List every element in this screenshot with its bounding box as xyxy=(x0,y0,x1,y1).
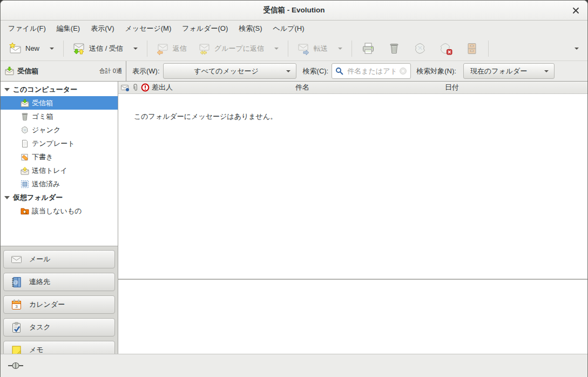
outbox-icon xyxy=(21,166,29,175)
switcher-mail-button[interactable]: メール xyxy=(3,250,115,268)
toolbar-separator xyxy=(147,41,147,57)
expander-icon[interactable] xyxy=(4,194,10,201)
switcher-tasks-button[interactable]: タスク xyxy=(3,318,115,336)
search-icon xyxy=(335,67,343,75)
forward-dropdown[interactable] xyxy=(332,45,347,52)
plug-icon xyxy=(8,360,24,371)
menu-help[interactable]: ヘルプ(H) xyxy=(268,21,310,36)
forward-button[interactable]: 転送 xyxy=(293,39,332,58)
sidebar-item-label: 送信済み xyxy=(32,179,60,189)
sidebar-item-label: 受信箱 xyxy=(32,98,53,108)
switcher-label: メール xyxy=(29,254,51,264)
toolbar-separator xyxy=(63,41,64,57)
message-list[interactable]: このフォルダーにメッセージはありません。 xyxy=(118,94,587,279)
toolbar-overflow-button[interactable] xyxy=(568,45,583,52)
sidebar: このコンピューター 受信箱 xyxy=(1,82,118,354)
sidebar-item-sent[interactable]: 送信済み xyxy=(1,177,118,191)
new-message-dropdown[interactable] xyxy=(43,45,58,52)
sidebar-item-templates[interactable]: テンプレート xyxy=(1,137,118,150)
sidebar-item-outbox[interactable]: 送信トレイ xyxy=(1,164,118,177)
forward-icon xyxy=(297,42,310,55)
message-list-header: 差出人 件名 日付 xyxy=(118,82,587,94)
trash-icon xyxy=(21,112,29,121)
chevron-down-icon xyxy=(286,70,290,72)
print-button[interactable] xyxy=(357,39,380,58)
reply-button[interactable]: 返信 xyxy=(152,39,191,58)
tree-group-label: 仮想フォルダー xyxy=(13,193,63,203)
tree-group-search-folders[interactable]: 仮想フォルダー xyxy=(1,191,118,204)
delete-button[interactable] xyxy=(383,39,405,58)
attachment-column-icon[interactable] xyxy=(132,84,139,92)
tree-group-this-computer[interactable]: このコンピューター xyxy=(1,83,118,96)
inbox-icon xyxy=(5,66,14,76)
menubar: ファイル(F) 編集(E) 表示(V) メッセージ(M) フォルダー(O) 検索… xyxy=(1,21,587,36)
trash-icon xyxy=(387,42,401,56)
switcher-calendar-button[interactable]: 3 カレンダー xyxy=(3,295,115,314)
read-status-column-icon[interactable] xyxy=(121,84,130,92)
message-pane: 差出人 件名 日付 このフォルダーにメッセージはありません。 xyxy=(118,82,587,354)
send-receive-label: 送信 / 受信 xyxy=(89,44,123,53)
junk-icon xyxy=(413,42,427,56)
sidebar-item-junk[interactable]: ジャンク xyxy=(1,123,118,137)
search-scope-dropdown[interactable]: 現在のフォルダー xyxy=(463,63,555,79)
menu-folder[interactable]: フォルダー(O) xyxy=(177,21,233,36)
send-receive-dropdown[interactable] xyxy=(127,45,142,52)
forward-label: 転送 xyxy=(314,44,328,53)
svg-text:@: @ xyxy=(13,279,18,285)
column-date[interactable]: 日付 xyxy=(445,82,459,93)
close-button[interactable] xyxy=(570,5,581,16)
preview-pane[interactable] xyxy=(118,280,587,354)
search-folder-icon xyxy=(21,207,29,216)
clear-search-icon[interactable] xyxy=(399,67,407,75)
switcher-label: タスク xyxy=(29,322,51,332)
reply-icon xyxy=(156,42,169,55)
reply-group-button[interactable]: グループに返信 xyxy=(194,39,268,58)
menu-file[interactable]: ファイル(F) xyxy=(3,21,51,36)
toolbar-separator xyxy=(488,41,489,57)
send-receive-button[interactable]: 送信 / 受信 xyxy=(69,39,127,58)
view-switcher: メール @ 連絡先 xyxy=(1,246,118,363)
search-box xyxy=(332,63,411,79)
reply-group-dropdown[interactable] xyxy=(268,45,283,52)
toolbar: New 送信 / 受信 xyxy=(1,36,587,61)
current-folder-label: 受信箱 xyxy=(17,66,38,76)
sidebar-item-label: テンプレート xyxy=(32,139,75,149)
menu-edit[interactable]: 編集(E) xyxy=(51,21,85,36)
tree-group-label: このコンピューター xyxy=(13,85,77,95)
online-status-button[interactable] xyxy=(8,360,24,371)
main-area: このコンピューター 受信箱 xyxy=(1,82,587,354)
archive-button[interactable] xyxy=(461,39,483,58)
sidebar-item-drafts[interactable]: 下書き xyxy=(1,150,118,164)
titlebar[interactable]: 受信箱 - Evolution xyxy=(1,1,587,21)
tasks-icon xyxy=(11,322,22,333)
filter-bar: 受信箱 合計 0通 表示(W): すべてのメッセージ 検索(C): xyxy=(1,61,587,82)
menu-view[interactable]: 表示(V) xyxy=(85,21,119,36)
search-input[interactable] xyxy=(346,66,396,76)
search-label: 検索(C): xyxy=(303,66,329,76)
not-junk-button[interactable] xyxy=(435,39,457,58)
sidebar-item-trash[interactable]: ゴミ箱 xyxy=(1,110,118,123)
priority-column-icon[interactable] xyxy=(141,83,150,92)
column-subject[interactable]: 件名 xyxy=(295,82,309,93)
sidebar-item-unmatched[interactable]: 該当しないもの xyxy=(1,204,118,218)
column-from[interactable]: 差出人 xyxy=(152,83,173,92)
expander-icon[interactable] xyxy=(4,86,10,93)
search-scope-value: 現在のフォルダー xyxy=(469,66,542,76)
junk-button[interactable] xyxy=(409,39,431,58)
sidebar-item-inbox[interactable]: 受信箱 xyxy=(1,96,118,110)
sidebar-item-label: ジャンク xyxy=(32,125,60,135)
sidebar-item-label: 送信トレイ xyxy=(32,166,67,176)
switcher-contacts-button[interactable]: @ 連絡先 xyxy=(3,273,115,291)
menu-search[interactable]: 検索(S) xyxy=(233,21,267,36)
template-icon xyxy=(21,139,29,148)
message-count-label: 合計 0通 xyxy=(99,67,122,75)
new-message-button[interactable]: New xyxy=(5,39,43,58)
svg-text:3: 3 xyxy=(15,304,18,309)
menu-message[interactable]: メッセージ(M) xyxy=(120,21,177,36)
sidebar-item-label: 該当しないもの xyxy=(32,206,82,216)
window-title: 受信箱 - Evolution xyxy=(263,5,325,15)
inbox-icon xyxy=(21,99,29,107)
calendar-icon: 3 xyxy=(11,299,22,311)
sent-icon xyxy=(21,180,29,188)
show-filter-dropdown[interactable]: すべてのメッセージ xyxy=(163,63,296,79)
